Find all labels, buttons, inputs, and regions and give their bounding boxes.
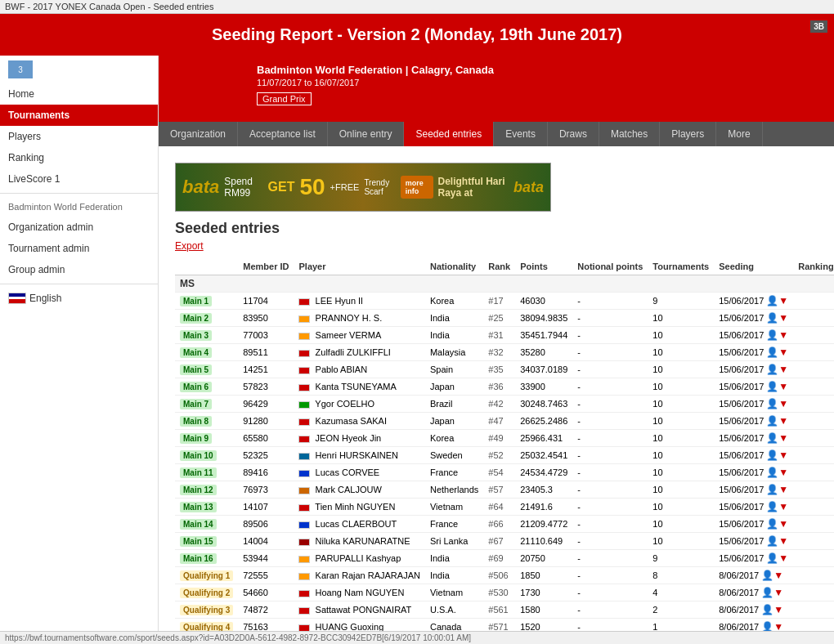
nav-players[interactable]: Players [0, 126, 158, 147]
edit-icon[interactable]: 👤▼ [766, 449, 788, 461]
seeding-cell: 15/06/2017 👤▼ [714, 550, 793, 567]
player-flag [298, 436, 310, 443]
seed-cell: Main 11 [175, 464, 238, 481]
table-row: Qualifying 2 54660 Hoang Nam NGUYEN Viet… [175, 584, 834, 602]
table-row: Main 7 96429 Ygor COELHO Brazil #42 3024… [175, 396, 834, 413]
nav-livescore[interactable]: LiveScore 1 [0, 168, 158, 190]
nav-tournaments[interactable]: Tournaments [0, 105, 158, 126]
points-cell: 46030 [515, 293, 572, 310]
points-cell: 21209.4772 [515, 516, 572, 533]
edit-icon[interactable]: 👤▼ [766, 364, 788, 375]
notional-cell: - [572, 481, 648, 499]
nav-home[interactable]: Home [0, 83, 158, 105]
edit-icon[interactable]: 👤▼ [766, 518, 788, 530]
language-selector[interactable]: English [0, 288, 158, 309]
edit-icon[interactable]: 👤▼ [766, 432, 788, 444]
points-cell: 34037.0189 [515, 361, 572, 378]
notional-cell: - [572, 533, 648, 550]
edit-icon[interactable]: 👤▼ [766, 552, 788, 564]
notional-cell: - [572, 310, 648, 327]
seed-badge: Main 2 [180, 313, 212, 324]
nationality-cell: India [425, 310, 483, 327]
player-cell: Mark CALJOUW [294, 481, 424, 499]
tab-organization[interactable]: Organization [159, 122, 238, 146]
window-title: BWF - 2017 YONEX Canada Open - Seeded en… [0, 0, 834, 14]
ad-text-plus: +FREE [330, 182, 360, 192]
seeding-cell: 15/06/2017 👤▼ [714, 430, 793, 447]
nationality-cell: Netherlands [425, 481, 483, 499]
player-cell: Sattawat PONGNAIRAT [294, 602, 424, 619]
member-id-cell: 53944 [238, 550, 294, 567]
col-tournaments: Tournaments [648, 258, 714, 275]
col-player: Player [294, 258, 424, 275]
notional-cell: - [572, 516, 648, 533]
export-link[interactable]: Export [175, 240, 204, 252]
ranking-cell [793, 447, 834, 464]
tournaments-cell: 10 [648, 310, 714, 327]
edit-icon[interactable]: 👤▼ [766, 467, 788, 478]
table-row: Main 11 89416 Lucas CORVEE France #54 24… [175, 464, 834, 481]
tab-draws[interactable]: Draws [548, 122, 599, 146]
tournament-org: Badminton World Federation | Calagry, Ca… [257, 64, 834, 76]
seed-badge: Main 13 [180, 502, 217, 512]
col-notional: Notional points [572, 258, 648, 275]
edit-icon[interactable]: 👤▼ [766, 398, 788, 409]
seeding-cell: 15/06/2017 👤▼ [714, 481, 793, 499]
edit-icon[interactable]: 👤▼ [766, 501, 788, 512]
edit-icon[interactable]: 👤▼ [766, 329, 788, 341]
nationality-cell: Korea [425, 293, 483, 310]
ranking-cell [793, 499, 834, 516]
tab-acceptance-list[interactable]: Acceptance list [238, 122, 328, 146]
player-cell: Tien Minh NGUYEN [294, 499, 424, 516]
tab-events[interactable]: Events [494, 122, 548, 146]
notional-cell: - [572, 499, 648, 516]
tournament-dates: 11/07/2017 to 16/07/2017 [257, 78, 834, 87]
ranking-cell [793, 533, 834, 550]
member-id-cell: 83950 [238, 310, 294, 327]
edit-icon[interactable]: 👤▼ [766, 312, 788, 324]
member-id-cell: 91280 [238, 413, 294, 430]
tab-online-entry[interactable]: Online entry [328, 122, 405, 146]
nav-org-admin[interactable]: Organization admin [0, 217, 158, 238]
seed-cell: Main 13 [175, 499, 238, 516]
tab-more[interactable]: More [716, 122, 762, 146]
ad-text-spend: Spend RM99 [224, 176, 262, 199]
ad-more-info[interactable]: more info [401, 176, 433, 199]
seeding-cell: 8/06/2017 👤▼ [714, 567, 793, 584]
ad-text-scarf: Trendy Scarf [364, 178, 395, 196]
member-id-cell: 52325 [238, 447, 294, 464]
nationality-cell: India [425, 567, 483, 584]
seed-badge: Qualifying 3 [180, 605, 233, 615]
edit-icon[interactable]: 👤▼ [766, 295, 788, 306]
rank-cell: #64 [483, 499, 515, 516]
edit-icon[interactable]: 👤▼ [766, 347, 788, 358]
player-cell: Ygor COELHO [294, 396, 424, 413]
seed-badge: Main 8 [180, 416, 212, 427]
nationality-cell: Spain [425, 361, 483, 378]
edit-icon[interactable]: 👤▼ [761, 570, 783, 581]
points-cell: 35451.7944 [515, 327, 572, 344]
tab-players[interactable]: Players [660, 122, 716, 146]
player-flag [298, 418, 310, 426]
member-id-cell: 72555 [238, 567, 294, 584]
nav-group-admin[interactable]: Group admin [0, 259, 158, 280]
tab-matches[interactable]: Matches [599, 122, 660, 146]
nav-ranking[interactable]: Ranking [0, 147, 158, 168]
edit-icon[interactable]: 👤▼ [761, 604, 783, 615]
edit-icon[interactable]: 👤▼ [761, 587, 783, 598]
player-flag [298, 350, 310, 357]
player-flag [298, 590, 310, 597]
nationality-cell: Japan [425, 413, 483, 430]
player-cell: Pablo ABIAN [294, 361, 424, 378]
edit-icon[interactable]: 👤▼ [766, 415, 788, 427]
tab-seeded-entries[interactable]: Seeded entries [404, 122, 494, 146]
player-cell: Karan Rajan RAJARAJAN [294, 567, 424, 584]
player-cell: PRANNOY H. S. [294, 310, 424, 327]
edit-icon[interactable]: 👤▼ [766, 535, 788, 547]
member-id-cell: 74872 [238, 602, 294, 619]
tournaments-cell: 10 [648, 499, 714, 516]
seed-cell: Main 16 [175, 550, 238, 567]
nav-tournament-admin[interactable]: Tournament admin [0, 238, 158, 259]
edit-icon[interactable]: 👤▼ [766, 381, 788, 392]
edit-icon[interactable]: 👤▼ [766, 484, 788, 495]
